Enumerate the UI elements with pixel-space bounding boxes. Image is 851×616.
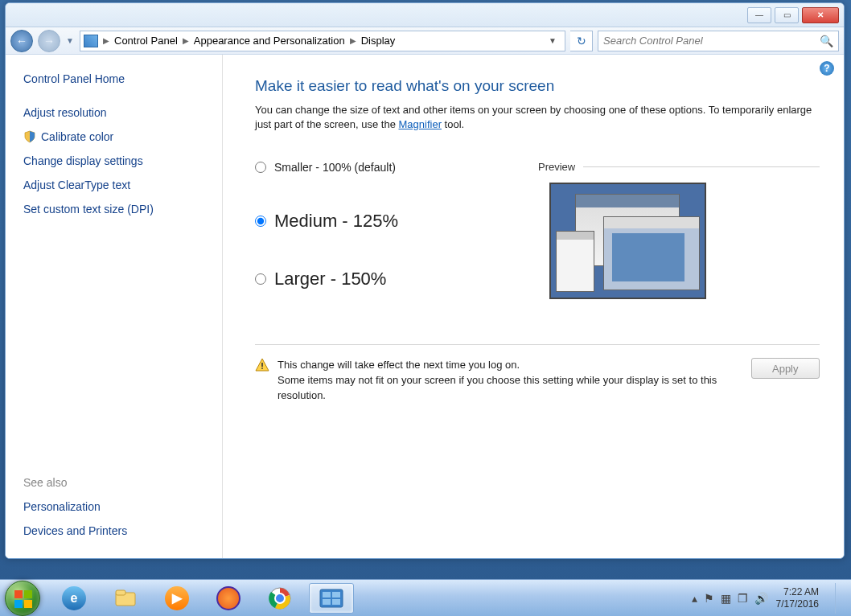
clock-time: 7:22 AM	[776, 586, 819, 598]
control-panel-icon	[319, 586, 343, 610]
tray-action-center-icon[interactable]: ⚑	[704, 592, 714, 605]
maximize-button[interactable]: ▭	[775, 7, 799, 23]
preview-image	[549, 183, 706, 299]
recent-pages-dropdown[interactable]: ▼	[65, 31, 75, 51]
svg-rect-5	[24, 600, 32, 608]
see-also-personalization[interactable]: Personalization	[23, 500, 212, 513]
option-smaller[interactable]: Smaller - 100% (default)	[255, 161, 514, 174]
see-also-heading: See also	[23, 476, 212, 489]
preview-window-icon	[556, 231, 594, 292]
breadcrumb[interactable]: ▶ Control Panel ▶ Appearance and Persona…	[80, 31, 565, 51]
svg-rect-3	[24, 590, 32, 598]
option-larger[interactable]: Larger - 150%	[255, 269, 514, 290]
svg-point-9	[275, 593, 285, 603]
main-content: ? Make it easier to read what's on your …	[223, 55, 844, 558]
chevron-right-icon: ▶	[183, 36, 189, 45]
close-button[interactable]: ✕	[802, 7, 839, 23]
firefox-icon	[216, 586, 240, 610]
sidebar-link-dpi[interactable]: Set custom text size (DPI)	[23, 203, 212, 216]
show-desktop-button[interactable]	[835, 583, 846, 614]
apply-button[interactable]: Apply	[751, 358, 820, 379]
divider	[583, 166, 820, 167]
taskbar-control-panel[interactable]	[309, 583, 354, 614]
radio-smaller[interactable]	[255, 162, 266, 173]
radio-larger[interactable]	[255, 273, 266, 285]
window-body: Control Panel Home Adjust resolution Cal…	[6, 55, 844, 558]
magnifier-link[interactable]: Magnifier	[399, 118, 442, 130]
svg-rect-12	[332, 592, 340, 598]
media-player-icon: ▶	[165, 586, 189, 610]
sidebar-link-cleartype[interactable]: Adjust ClearType text	[23, 179, 212, 191]
taskbar-clock[interactable]: 7:22 AM 7/17/2016	[776, 586, 819, 610]
radio-medium[interactable]	[255, 216, 266, 227]
svg-rect-14	[332, 599, 340, 605]
titlebar: — ▭ ✕	[6, 3, 844, 27]
svg-rect-2	[14, 590, 23, 598]
sidebar-item-label: Calibrate color	[41, 130, 113, 143]
help-icon[interactable]: ?	[820, 61, 834, 76]
svg-rect-4	[14, 600, 23, 608]
warning-icon	[255, 358, 269, 372]
sidebar-link-adjust-resolution[interactable]: Adjust resolution	[23, 106, 212, 119]
svg-rect-7	[116, 590, 125, 595]
windows-logo-icon	[13, 589, 34, 610]
page-title: Make it easier to read what's on your sc…	[255, 77, 820, 95]
preview-label: Preview	[538, 161, 575, 173]
taskbar-firefox[interactable]	[206, 583, 251, 614]
search-input[interactable]	[603, 35, 820, 47]
svg-rect-0	[261, 363, 263, 367]
warning-text: This change will take effect the next ti…	[278, 358, 743, 404]
warning-row: This change will take effect the next ti…	[255, 358, 820, 404]
breadcrumb-item[interactable]: Control Panel	[114, 35, 178, 47]
preview-window-icon	[603, 216, 700, 290]
sidebar-link-calibrate-color[interactable]: Calibrate color	[23, 130, 212, 143]
navbar: ← → ▼ ▶ Control Panel ▶ Appearance and P…	[6, 27, 844, 55]
breadcrumb-item[interactable]: Display	[361, 35, 396, 47]
minimize-button[interactable]: —	[747, 7, 771, 23]
explorer-window: — ▭ ✕ ← → ▼ ▶ Control Panel ▶ Appearance…	[5, 2, 845, 559]
size-options: Smaller - 100% (default) Medium - 125% L…	[255, 161, 514, 326]
refresh-button[interactable]: ↻	[570, 31, 593, 51]
tray-chevron-icon[interactable]: ▴	[692, 592, 697, 605]
option-label: Smaller - 100% (default)	[274, 161, 396, 174]
page-description: You can change the size of text and othe…	[255, 103, 820, 132]
taskbar-chrome[interactable]	[257, 583, 302, 614]
clock-date: 7/17/2016	[776, 598, 819, 610]
tray-volume-icon[interactable]: 🔊	[754, 592, 768, 605]
sidebar: Control Panel Home Adjust resolution Cal…	[6, 55, 223, 558]
shield-icon	[23, 130, 36, 143]
ie-icon: e	[62, 586, 86, 610]
search-icon[interactable]: 🔍	[820, 35, 833, 47]
chrome-icon	[268, 586, 292, 610]
option-label: Larger - 150%	[274, 269, 386, 290]
sidebar-home-link[interactable]: Control Panel Home	[23, 72, 212, 85]
sidebar-link-change-display[interactable]: Change display settings	[23, 154, 212, 167]
svg-rect-13	[323, 599, 331, 605]
svg-rect-11	[323, 592, 331, 598]
start-button[interactable]	[5, 581, 40, 616]
system-tray: ▴ ⚑ ▦ ❐ 🔊 7:22 AM 7/17/2016	[692, 583, 846, 614]
forward-button[interactable]: →	[38, 30, 60, 52]
taskbar-explorer[interactable]	[103, 583, 148, 614]
tray-battery-icon[interactable]: ❐	[738, 592, 748, 605]
search-box[interactable]: 🔍	[598, 31, 839, 51]
chevron-right-icon: ▶	[103, 36, 109, 45]
option-label: Medium - 125%	[274, 211, 398, 232]
preview-column: Preview	[538, 161, 820, 326]
taskbar: e ▶	[0, 579, 851, 616]
tray-network-icon[interactable]: ▦	[721, 592, 731, 605]
see-also-devices-printers[interactable]: Devices and Printers	[23, 524, 212, 537]
svg-rect-1	[261, 368, 263, 370]
control-panel-icon	[84, 35, 98, 47]
taskbar-media-player[interactable]: ▶	[154, 583, 199, 614]
breadcrumb-item[interactable]: Appearance and Personalization	[194, 35, 345, 47]
divider	[255, 344, 820, 345]
folder-icon	[113, 586, 138, 610]
option-medium[interactable]: Medium - 125%	[255, 211, 514, 232]
breadcrumb-dropdown[interactable]: ▼	[544, 36, 561, 45]
taskbar-ie[interactable]: e	[51, 583, 97, 614]
back-button[interactable]: ←	[10, 30, 33, 52]
taskbar-items: e ▶	[51, 583, 354, 614]
chevron-right-icon: ▶	[350, 36, 356, 45]
